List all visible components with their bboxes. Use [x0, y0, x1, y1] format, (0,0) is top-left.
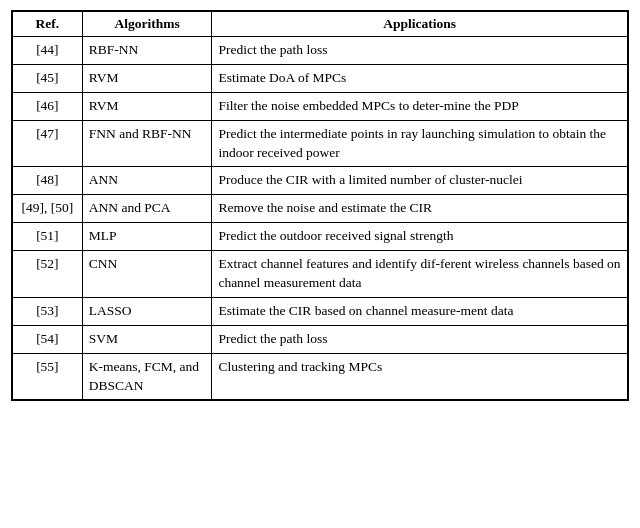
cell-ref: [45]	[13, 64, 83, 92]
cell-application: Predict the path loss	[212, 325, 628, 353]
cell-application: Estimate DoA of MPCs	[212, 64, 628, 92]
cell-algorithm: RVM	[82, 64, 212, 92]
cell-application: Predict the outdoor received signal stre…	[212, 223, 628, 251]
cell-ref: [52]	[13, 251, 83, 298]
header-ref: Ref.	[13, 12, 83, 37]
table-row: [44]RBF-NNPredict the path loss	[13, 37, 628, 65]
cell-application: Remove the noise and estimate the CIR	[212, 195, 628, 223]
cell-algorithm: SVM	[82, 325, 212, 353]
cell-algorithm: ANN	[82, 167, 212, 195]
cell-application: Predict the path loss	[212, 37, 628, 65]
cell-algorithm: RBF-NN	[82, 37, 212, 65]
cell-application: Produce the CIR with a limited number of…	[212, 167, 628, 195]
table-row: [45]RVMEstimate DoA of MPCs	[13, 64, 628, 92]
cell-algorithm: MLP	[82, 223, 212, 251]
table-row: [46]RVMFilter the noise embedded MPCs to…	[13, 92, 628, 120]
cell-ref: [54]	[13, 325, 83, 353]
cell-ref: [49], [50]	[13, 195, 83, 223]
cell-ref: [48]	[13, 167, 83, 195]
table-row: [48]ANNProduce the CIR with a limited nu…	[13, 167, 628, 195]
table-row: [53]LASSOEstimate the CIR based on chann…	[13, 297, 628, 325]
table-row: [55]K-means, FCM, and DBSCANClustering a…	[13, 353, 628, 400]
table-row: [54]SVMPredict the path loss	[13, 325, 628, 353]
cell-application: Estimate the CIR based on channel measur…	[212, 297, 628, 325]
header-algorithms: Algorithms	[82, 12, 212, 37]
cell-ref: [53]	[13, 297, 83, 325]
table-row: [51]MLPPredict the outdoor received sign…	[13, 223, 628, 251]
header-applications: Applications	[212, 12, 628, 37]
cell-ref: [47]	[13, 120, 83, 167]
table-header-row: Ref. Algorithms Applications	[13, 12, 628, 37]
cell-algorithm: RVM	[82, 92, 212, 120]
cell-ref: [44]	[13, 37, 83, 65]
cell-ref: [55]	[13, 353, 83, 400]
table-row: [49], [50]ANN and PCARemove the noise an…	[13, 195, 628, 223]
cell-ref: [46]	[13, 92, 83, 120]
reference-table: Ref. Algorithms Applications [44]RBF-NNP…	[12, 11, 628, 400]
cell-application: Clustering and tracking MPCs	[212, 353, 628, 400]
cell-application: Predict the intermediate points in ray l…	[212, 120, 628, 167]
main-table-container: Ref. Algorithms Applications [44]RBF-NNP…	[11, 10, 629, 401]
table-row: [47]FNN and RBF-NNPredict the intermedia…	[13, 120, 628, 167]
cell-algorithm: ANN and PCA	[82, 195, 212, 223]
cell-application: Filter the noise embedded MPCs to deter-…	[212, 92, 628, 120]
cell-ref: [51]	[13, 223, 83, 251]
cell-application: Extract channel features and identify di…	[212, 251, 628, 298]
table-row: [52]CNNExtract channel features and iden…	[13, 251, 628, 298]
cell-algorithm: K-means, FCM, and DBSCAN	[82, 353, 212, 400]
cell-algorithm: LASSO	[82, 297, 212, 325]
cell-algorithm: FNN and RBF-NN	[82, 120, 212, 167]
cell-algorithm: CNN	[82, 251, 212, 298]
